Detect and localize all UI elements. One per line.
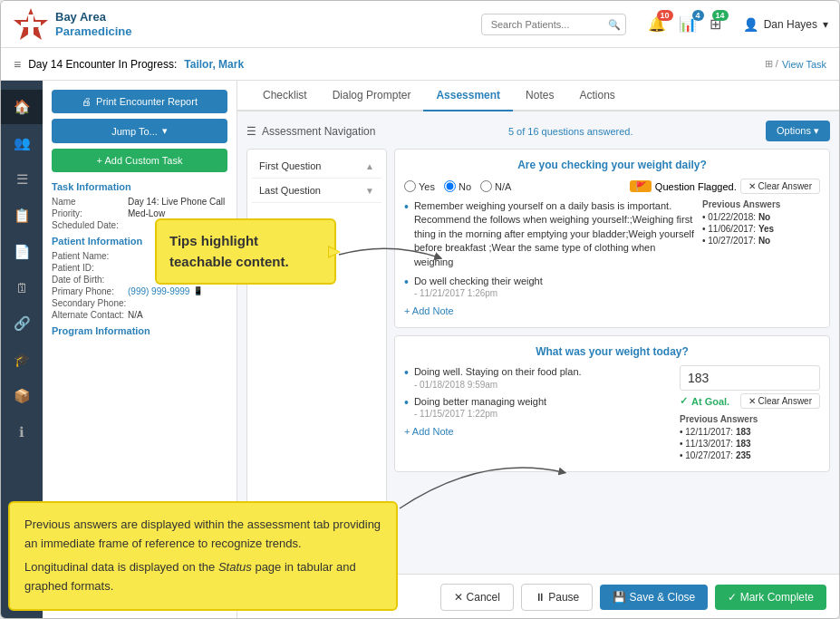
question-card-1: Are you checking your weight daily? Yes … <box>394 149 830 328</box>
prev-answer-2-0: 12/11/2017: 183 <box>680 427 820 437</box>
primary-phone-row: Primary Phone: (999) 999-9999 📱 <box>52 286 227 296</box>
sidebar-icon-list[interactable]: ☰ <box>1 162 43 197</box>
prev-answer-2-1: 11/13/2017: 183 <box>680 439 820 449</box>
priority-label: Priority: <box>52 208 124 218</box>
weight-input-area: At Goal. ✕ Clear Answer Previous Answers… <box>680 365 820 462</box>
sidebar-icon-document[interactable]: 📄 <box>1 235 43 269</box>
user-name: Dan Hayes <box>764 18 817 31</box>
program-info-section-title: Program Information <box>52 325 227 336</box>
nav-list-icon: ☰ <box>246 125 256 138</box>
questions-answered: 5 of 16 questions answered. <box>508 126 633 137</box>
primary-phone-label: Primary Phone: <box>52 286 124 296</box>
questions-content: Are you checking your weight daily? Yes … <box>394 149 830 565</box>
prev-answers-title-2: Previous Answers <box>680 414 820 424</box>
chevron-up-icon: ▲ <box>365 161 374 171</box>
option-na[interactable]: N/A <box>480 180 511 192</box>
question-2-title: What was your weight today? <box>404 345 820 358</box>
jump-to-btn[interactable]: Jump To... ▾ <box>52 119 227 143</box>
grid-badge: 14 <box>712 10 729 21</box>
save-close-btn[interactable]: 💾 Save & Close <box>600 585 708 610</box>
nav-icons: 🔔 10 📊 4 ⊞ 14 <box>648 15 721 33</box>
chevron-down-icon: ▼ <box>365 186 374 196</box>
tab-dialog[interactable]: Dialog Prompter <box>320 81 424 111</box>
clear-answer-btn-2[interactable]: ✕ Clear Answer <box>740 393 820 409</box>
sidebar-icon-home[interactable]: 🏠 <box>1 90 43 124</box>
note-content-4: Doing better managing weight - 11/15/201… <box>414 395 546 419</box>
prev-answer-2-2: 10/27/2017: 235 <box>680 450 820 460</box>
task-name-value: Day 14: Live Phone Call <box>128 197 225 207</box>
nav-last-question[interactable]: Last Question ▼ <box>252 179 381 203</box>
mark-complete-btn[interactable]: ✓ Mark Complete <box>715 585 826 610</box>
logo-text: Bay Area Paramedicine <box>55 10 132 38</box>
print-encounter-btn[interactable]: 🖨 Print Encounter Report <box>52 90 227 113</box>
note-bullet-icon-4: • <box>404 396 409 419</box>
clear-answer-btn-1[interactable]: ✕ Clear Answer <box>740 179 820 194</box>
question-1-body: • Remember weighing yourself on a daily … <box>404 199 820 318</box>
note-bullet-icon-2: • <box>404 276 409 298</box>
question-1-options: Yes No N/A <box>404 180 511 192</box>
search-icon[interactable]: 🔍 <box>608 18 621 30</box>
sidebar-icon-share[interactable]: 🔗 <box>1 306 43 341</box>
question-1-title: Are you checking your weight daily? <box>404 159 820 171</box>
breadcrumb-separator: ⊞ / <box>765 58 778 70</box>
question-1-meta: Yes No N/A <box>404 179 820 194</box>
option-no[interactable]: No <box>444 180 471 192</box>
note-content-3: Doing well. Staying on their food plan. … <box>414 365 582 389</box>
primary-phone-value: (999) 999-9999 <box>128 286 189 296</box>
tabs-bar: Checklist Dialog Prompter Assessment Not… <box>237 81 839 111</box>
note-item-4: • Doing better managing weight - 11/15/2… <box>404 395 672 419</box>
user-dropdown-icon: ▾ <box>823 18 828 31</box>
pause-btn[interactable]: ⏸ Pause <box>521 584 593 611</box>
encounter-title: Day 14 Encounter In Progress: <box>28 58 177 71</box>
tab-checklist[interactable]: Checklist <box>250 81 320 111</box>
notes-list-2: • Doing well. Staying on their food plan… <box>404 365 672 419</box>
prev-answers-title-1: Previous Answers <box>702 199 820 209</box>
options-btn[interactable]: Options ▾ <box>766 121 830 141</box>
logo-star-icon <box>12 5 50 44</box>
at-goal-label: At Goal. <box>680 395 729 407</box>
chart-icon[interactable]: 📊 4 <box>679 15 697 33</box>
question-card-2: What was your weight today? • Doing well… <box>394 335 830 472</box>
priority-row: Priority: Med-Low <box>52 208 227 218</box>
tab-notes[interactable]: Notes <box>513 81 566 111</box>
alt-contact-value: N/A <box>128 310 143 320</box>
weight-status-row: At Goal. ✕ Clear Answer <box>680 393 820 409</box>
tab-assessment[interactable]: Assessment <box>423 81 513 111</box>
sidebar-icon-info[interactable]: ℹ <box>1 415 43 450</box>
task-name-label: Name <box>52 197 124 207</box>
jump-dropdown-icon: ▾ <box>162 125 168 137</box>
grid-icon[interactable]: ⊞ 14 <box>710 15 721 33</box>
sidebar-icon-box[interactable]: 📦 <box>1 379 43 413</box>
sidebar-icon-clipboard[interactable]: 📋 <box>1 198 43 233</box>
print-icon: 🖨 <box>82 96 92 107</box>
weight-input[interactable] <box>680 365 820 391</box>
svg-rect-2 <box>21 22 41 27</box>
tab-actions[interactable]: Actions <box>566 81 627 111</box>
search-area: 🔍 <box>481 14 626 35</box>
assessment-header: ☰ Assessment Navigation 5 of 16 question… <box>246 121 830 141</box>
priority-value: Med-Low <box>128 208 165 218</box>
option-yes[interactable]: Yes <box>404 180 435 192</box>
flag-badge: 🚩 <box>630 180 652 192</box>
add-note-btn-2[interactable]: + Add Note <box>404 424 454 439</box>
cancel-btn[interactable]: ✕ Cancel <box>440 584 514 611</box>
search-input[interactable] <box>481 14 626 35</box>
patient-name-label: Patient Name: <box>52 251 124 261</box>
note-content-2: Do well checking their weight - 11/21/20… <box>414 275 543 298</box>
add-note-btn-1[interactable]: + Add Note <box>404 304 454 318</box>
patient-name-breadcrumb: Tailor, Mark <box>184 58 244 71</box>
add-task-btn[interactable]: + Add Custom Task <box>52 149 227 172</box>
note-item-3: • Doing well. Staying on their food plan… <box>404 365 672 389</box>
sidebar-icon-users[interactable]: 👥 <box>1 126 43 160</box>
prev-answer-1-1: 11/06/2017: Yes <box>702 224 820 234</box>
prev-answer-1-2: 10/27/2017: No <box>702 236 820 246</box>
sidebar-icon-calendar[interactable]: 🗓 <box>1 271 43 305</box>
nav-first-question[interactable]: First Question ▲ <box>252 154 381 179</box>
tooltip-line1: Previous answers are displayed within th… <box>24 516 381 554</box>
hamburger-icon[interactable]: ≡ <box>14 57 21 72</box>
user-menu[interactable]: 👤 Dan Hayes ▾ <box>743 17 828 32</box>
view-task-link[interactable]: View Task <box>782 59 826 70</box>
notifications-icon[interactable]: 🔔 10 <box>648 15 666 33</box>
sidebar-icon-graduation[interactable]: 🎓 <box>1 343 43 377</box>
user-icon: 👤 <box>743 17 758 32</box>
